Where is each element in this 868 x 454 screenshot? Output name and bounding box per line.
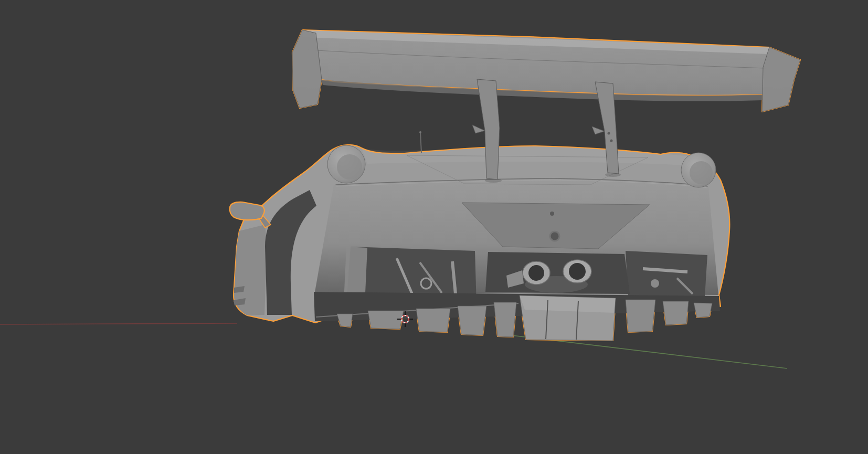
diffuser-center-tunnel xyxy=(520,295,616,341)
tail-light-right xyxy=(681,153,716,187)
viewport[interactable] xyxy=(0,0,868,454)
fascia-small-hole xyxy=(550,212,554,216)
car-body-object[interactable] xyxy=(234,145,729,341)
mirror-housing xyxy=(230,202,264,220)
exhaust-pipe-left xyxy=(523,261,550,284)
exhaust-assembly xyxy=(485,252,630,294)
tail-light-left xyxy=(327,145,365,183)
exhaust-pipe-right xyxy=(563,260,591,283)
viewport-canvas[interactable] xyxy=(0,0,868,454)
tow-hook-ring xyxy=(550,231,559,241)
